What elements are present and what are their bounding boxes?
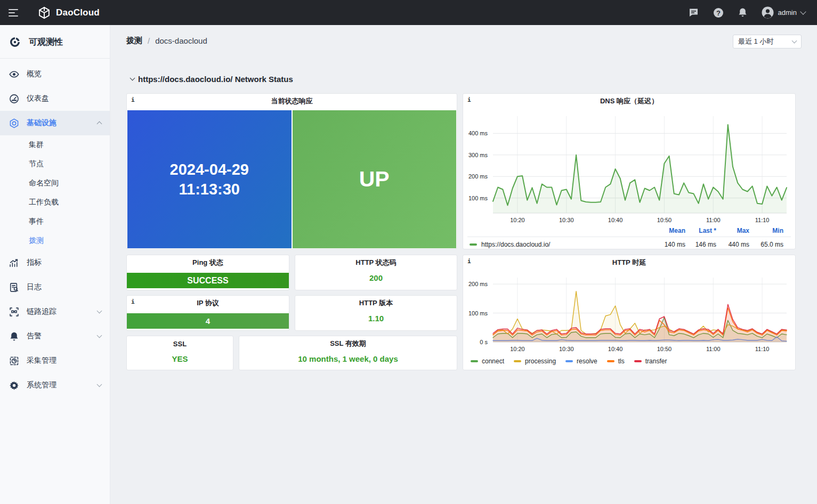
sidebar-item-label: 日志 [27,282,101,292]
svg-text:200 ms: 200 ms [468,173,488,180]
sidebar-item-metrics[interactable]: 指标 [0,250,110,275]
svg-text:11:00: 11:00 [706,346,721,352]
panel-dns-latency: i DNS 响应（延迟） 100 ms200 ms300 ms400 ms10:… [463,93,796,249]
chevron-down-icon [792,38,797,44]
topbar: DaoCloud ? admin [0,0,817,25]
main-content: 拨测 / docs-daocloud 最近 1 小时 https://docs.… [110,25,817,504]
series-name: processing [525,357,556,365]
svg-text:11:10: 11:10 [755,346,770,352]
sidebar-item-clusters[interactable]: 集群 [0,135,110,155]
time-range-select[interactable]: 最近 1 小时 [733,35,802,48]
sidebar-item-workloads[interactable]: 工作负载 [0,193,110,212]
svg-text:0 s: 0 s [480,339,488,345]
panel-ssl-validity: SSL 有效期 10 months, 1 week, 0 days [239,336,457,370]
sidebar-item-infrastructure[interactable]: 基础设施 [0,111,110,135]
stat-col-mean[interactable]: Mean [651,227,685,234]
sidebar-item-label: 事件 [29,217,44,226]
panel-title: HTTP 时延 [463,255,795,270]
svg-text:10:50: 10:50 [657,217,672,223]
sidebar-item-system[interactable]: 系统管理 [0,373,110,397]
stat-col-last[interactable]: Last * [685,227,716,234]
breadcrumb-parent[interactable]: 拨测 [126,36,142,46]
gauge-icon [9,93,19,104]
user-menu[interactable]: admin [762,6,805,19]
legend-item-resolve[interactable]: resolve [565,357,597,365]
status-up-tile: UP [293,110,457,248]
sidebar-item-tracing[interactable]: 链路追踪 [0,299,110,324]
observability-icon [9,36,21,48]
time-range-value: 最近 1 小时 [738,37,792,46]
sidebar-item-label: 基础设施 [27,118,90,128]
sidebar-header: 可观测性 [0,25,110,59]
svg-text:200 ms: 200 ms [468,281,488,287]
ssl-validity-value: 10 months, 1 week, 0 days [239,354,457,363]
sidebar-item-nodes[interactable]: 节点 [0,155,110,174]
tracing-icon [9,306,19,317]
sidebar-item-overview[interactable]: 概览 [0,62,110,86]
sidebar-item-label: 系统管理 [27,380,90,390]
sidebar-item-probes[interactable]: 拨测 [0,231,110,250]
stat-last: 146 ms [685,241,716,248]
http-latency-chart[interactable]: 0 s100 ms200 ms10:2010:3010:4010:5011:00… [463,271,795,356]
stat-mean: 140 ms [651,241,685,248]
chevron-down-icon [97,308,102,314]
hexagon-infra-icon [9,118,19,128]
svg-text:10:20: 10:20 [510,346,525,352]
gear-icon [9,380,19,391]
legend-item-tls[interactable]: tls [607,357,625,365]
chevron-down-icon [800,9,806,14]
sidebar-item-label: 指标 [27,258,101,267]
status-time: 11:13:30 [179,180,240,199]
section-header[interactable]: https://docs.daocloud.io/ Network Status [131,75,293,84]
chevron-up-icon [97,121,102,127]
breadcrumb-current: docs-daocloud [155,36,207,45]
panel-http-version: HTTP 版本 1.10 [295,295,457,331]
panel-title: DNS 响应（延迟） [463,94,795,109]
ssl-value: YES [127,354,233,363]
sidebar-item-alerts[interactable]: 告警 [0,324,110,348]
legend-item-connect[interactable]: connect [471,357,504,365]
collapse-chevron-icon [130,76,135,81]
info-icon[interactable]: i [131,96,135,103]
sidebar-item-collection[interactable]: 采集管理 [0,348,110,373]
panel-current-status: i 当前状态响应 2024-04-29 11:13:30 UP [126,93,457,249]
brand: DaoCloud [37,6,100,20]
series-swatch [471,360,478,362]
chevron-down-icon [97,382,102,387]
series-name: transfer [645,357,667,365]
menu-toggle-icon[interactable] [0,0,27,25]
help-icon[interactable]: ? [713,7,724,19]
svg-text:11:10: 11:10 [755,217,770,223]
panel-title: SSL [127,336,233,351]
panel-ssl: SSL YES [126,336,233,370]
message-icon[interactable] [688,7,700,19]
svg-text:?: ? [716,9,721,17]
info-icon[interactable]: i [467,258,471,265]
status-state: UP [359,167,390,192]
panel-title: 当前状态响应 [127,94,457,109]
legend-item-processing[interactable]: processing [514,357,556,365]
sidebar: 可观测性 概览 仪表盘 基础设施 集群 节点 命名空间 工作负载 事件 拨测 指… [0,25,110,504]
panel-title: SSL 有效期 [239,336,457,351]
svg-text:10:30: 10:30 [559,217,574,223]
sidebar-item-logs[interactable]: 日志 [0,275,110,299]
sidebar-item-label: 采集管理 [27,356,101,365]
dns-chart[interactable]: 100 ms200 ms300 ms400 ms10:2010:3010:401… [463,110,795,227]
sidebar-item-namespaces[interactable]: 命名空间 [0,174,110,193]
info-icon[interactable]: i [467,96,471,103]
sidebar-item-events[interactable]: 事件 [0,212,110,231]
sidebar-item-dashboards[interactable]: 仪表盘 [0,86,110,111]
breadcrumb: 拨测 / docs-daocloud [126,36,207,46]
series-swatch [565,360,573,362]
series-name[interactable]: https://docs.daocloud.io/ [481,241,550,248]
status-date: 2024-04-29 [170,160,249,179]
stat-col-max[interactable]: Max [716,227,749,234]
stat-col-min[interactable]: Min [749,227,783,234]
http-code-value: 200 [295,273,457,282]
eye-icon [9,69,19,79]
notification-bell-icon[interactable] [737,7,749,19]
svg-text:10:30: 10:30 [559,346,574,352]
info-icon[interactable]: i [131,298,135,305]
legend-item-transfer[interactable]: transfer [634,357,667,365]
sidebar-item-label: 工作负载 [29,198,59,207]
